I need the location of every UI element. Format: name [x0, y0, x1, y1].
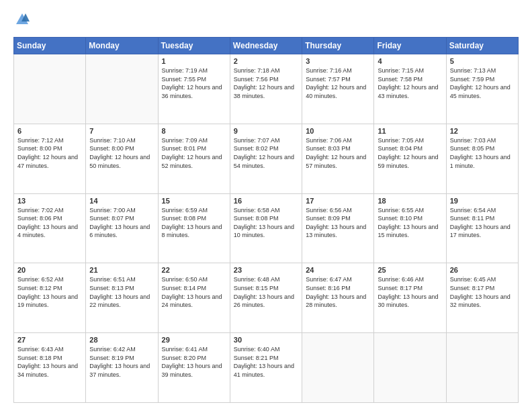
- day-number: 14: [89, 197, 154, 205]
- calendar-week-row: 27Sunrise: 6:43 AM Sunset: 8:18 PM Dayli…: [14, 333, 519, 403]
- calendar-day-cell: 9Sunrise: 7:07 AM Sunset: 8:02 PM Daylig…: [230, 124, 302, 193]
- day-info: Sunrise: 6:56 AM Sunset: 8:09 PM Dayligh…: [306, 206, 370, 240]
- calendar-day-cell: 3Sunrise: 7:16 AM Sunset: 7:57 PM Daylig…: [302, 54, 374, 124]
- calendar-day-cell: 29Sunrise: 6:41 AM Sunset: 8:20 PM Dayli…: [158, 333, 230, 403]
- day-info: Sunrise: 6:41 AM Sunset: 8:20 PM Dayligh…: [162, 345, 226, 379]
- day-number: 3: [306, 57, 370, 65]
- calendar-day-cell: 6Sunrise: 7:12 AM Sunset: 8:00 PM Daylig…: [14, 124, 86, 193]
- day-info: Sunrise: 6:43 AM Sunset: 8:18 PM Dayligh…: [17, 345, 82, 379]
- day-number: 12: [450, 127, 515, 135]
- day-info: Sunrise: 6:47 AM Sunset: 8:16 PM Dayligh…: [306, 275, 370, 309]
- calendar-day-cell: 21Sunrise: 6:51 AM Sunset: 8:13 PM Dayli…: [86, 263, 158, 333]
- calendar-day-cell: 30Sunrise: 6:40 AM Sunset: 8:21 PM Dayli…: [230, 333, 302, 403]
- day-info: Sunrise: 6:58 AM Sunset: 8:08 PM Dayligh…: [234, 206, 298, 240]
- day-info: Sunrise: 7:16 AM Sunset: 7:57 PM Dayligh…: [306, 66, 370, 100]
- day-number: 30: [234, 336, 298, 344]
- day-info: Sunrise: 6:40 AM Sunset: 8:21 PM Dayligh…: [234, 345, 298, 379]
- weekday-header-wednesday: Wednesday: [230, 38, 302, 54]
- calendar-day-cell: [302, 333, 374, 403]
- calendar-day-cell: [14, 54, 86, 124]
- day-info: Sunrise: 7:15 AM Sunset: 7:58 PM Dayligh…: [378, 66, 442, 100]
- day-number: 21: [89, 266, 154, 274]
- calendar-day-cell: 11Sunrise: 7:05 AM Sunset: 8:04 PM Dayli…: [374, 124, 446, 193]
- day-number: 19: [450, 197, 515, 205]
- day-number: 27: [17, 336, 82, 344]
- header: [13, 12, 519, 30]
- day-info: Sunrise: 6:46 AM Sunset: 8:17 PM Dayligh…: [378, 275, 442, 309]
- day-info: Sunrise: 7:03 AM Sunset: 8:05 PM Dayligh…: [450, 136, 515, 170]
- day-info: Sunrise: 7:02 AM Sunset: 8:06 PM Dayligh…: [17, 206, 82, 240]
- calendar-day-cell: 23Sunrise: 6:48 AM Sunset: 8:15 PM Dayli…: [230, 263, 302, 333]
- weekday-header-sunday: Sunday: [14, 38, 86, 54]
- weekday-header-tuesday: Tuesday: [158, 38, 230, 54]
- calendar-day-cell: 18Sunrise: 6:55 AM Sunset: 8:10 PM Dayli…: [374, 193, 446, 263]
- calendar-day-cell: 4Sunrise: 7:15 AM Sunset: 7:58 PM Daylig…: [374, 54, 446, 124]
- calendar-day-cell: 17Sunrise: 6:56 AM Sunset: 8:09 PM Dayli…: [302, 193, 374, 263]
- calendar-day-cell: 22Sunrise: 6:50 AM Sunset: 8:14 PM Dayli…: [158, 263, 230, 333]
- calendar-day-cell: [446, 333, 518, 403]
- day-number: 15: [162, 197, 226, 205]
- day-info: Sunrise: 7:05 AM Sunset: 8:04 PM Dayligh…: [378, 136, 442, 170]
- day-number: 17: [306, 197, 370, 205]
- calendar-day-cell: [86, 54, 158, 124]
- weekday-header-row: SundayMondayTuesdayWednesdayThursdayFrid…: [14, 38, 519, 54]
- day-number: 5: [450, 57, 515, 65]
- day-number: 1: [162, 57, 226, 65]
- calendar-week-row: 20Sunrise: 6:52 AM Sunset: 8:12 PM Dayli…: [14, 263, 519, 333]
- day-info: Sunrise: 6:55 AM Sunset: 8:10 PM Dayligh…: [378, 206, 442, 240]
- day-info: Sunrise: 7:07 AM Sunset: 8:02 PM Dayligh…: [234, 136, 298, 170]
- page: SundayMondayTuesdayWednesdayThursdayFrid…: [0, 0, 532, 411]
- calendar-day-cell: 2Sunrise: 7:18 AM Sunset: 7:56 PM Daylig…: [230, 54, 302, 124]
- calendar-day-cell: 15Sunrise: 6:59 AM Sunset: 8:08 PM Dayli…: [158, 193, 230, 263]
- day-info: Sunrise: 6:51 AM Sunset: 8:13 PM Dayligh…: [89, 275, 154, 309]
- weekday-header-thursday: Thursday: [302, 38, 374, 54]
- day-info: Sunrise: 7:09 AM Sunset: 8:01 PM Dayligh…: [162, 136, 226, 170]
- day-info: Sunrise: 7:13 AM Sunset: 7:59 PM Dayligh…: [450, 66, 515, 100]
- day-info: Sunrise: 7:00 AM Sunset: 8:07 PM Dayligh…: [89, 206, 154, 240]
- day-number: 22: [162, 266, 226, 274]
- calendar-day-cell: 20Sunrise: 6:52 AM Sunset: 8:12 PM Dayli…: [14, 263, 86, 333]
- calendar-day-cell: 28Sunrise: 6:42 AM Sunset: 8:19 PM Dayli…: [86, 333, 158, 403]
- calendar-day-cell: 7Sunrise: 7:10 AM Sunset: 8:00 PM Daylig…: [86, 124, 158, 193]
- day-number: 20: [17, 266, 82, 274]
- day-number: 26: [450, 266, 515, 274]
- day-info: Sunrise: 6:54 AM Sunset: 8:11 PM Dayligh…: [450, 206, 515, 240]
- calendar-day-cell: 1Sunrise: 7:19 AM Sunset: 7:55 PM Daylig…: [158, 54, 230, 124]
- calendar-day-cell: 19Sunrise: 6:54 AM Sunset: 8:11 PM Dayli…: [446, 193, 518, 263]
- day-number: 7: [89, 127, 154, 135]
- day-info: Sunrise: 6:45 AM Sunset: 8:17 PM Dayligh…: [450, 275, 515, 309]
- day-number: 8: [162, 127, 226, 135]
- day-number: 9: [234, 127, 298, 135]
- day-number: 28: [89, 336, 154, 344]
- day-number: 2: [234, 57, 298, 65]
- weekday-header-monday: Monday: [86, 38, 158, 54]
- day-number: 23: [234, 266, 298, 274]
- day-info: Sunrise: 7:12 AM Sunset: 8:00 PM Dayligh…: [17, 136, 82, 170]
- day-info: Sunrise: 7:10 AM Sunset: 8:00 PM Dayligh…: [89, 136, 154, 170]
- day-info: Sunrise: 6:50 AM Sunset: 8:14 PM Dayligh…: [162, 275, 226, 309]
- day-number: 25: [378, 266, 442, 274]
- day-number: 6: [17, 127, 82, 135]
- day-number: 16: [234, 197, 298, 205]
- calendar-day-cell: 5Sunrise: 7:13 AM Sunset: 7:59 PM Daylig…: [446, 54, 518, 124]
- day-number: 24: [306, 266, 370, 274]
- weekday-header-saturday: Saturday: [446, 38, 518, 54]
- calendar-week-row: 13Sunrise: 7:02 AM Sunset: 8:06 PM Dayli…: [14, 193, 519, 263]
- day-number: 10: [306, 127, 370, 135]
- calendar-header: SundayMondayTuesdayWednesdayThursdayFrid…: [14, 38, 519, 54]
- day-number: 13: [17, 197, 82, 205]
- calendar-day-cell: 13Sunrise: 7:02 AM Sunset: 8:06 PM Dayli…: [14, 193, 86, 263]
- calendar-day-cell: 10Sunrise: 7:06 AM Sunset: 8:03 PM Dayli…: [302, 124, 374, 193]
- day-number: 29: [162, 336, 226, 344]
- calendar-day-cell: 12Sunrise: 7:03 AM Sunset: 8:05 PM Dayli…: [446, 124, 518, 193]
- day-info: Sunrise: 7:06 AM Sunset: 8:03 PM Dayligh…: [306, 136, 370, 170]
- calendar-body: 1Sunrise: 7:19 AM Sunset: 7:55 PM Daylig…: [14, 54, 519, 403]
- calendar-day-cell: 24Sunrise: 6:47 AM Sunset: 8:16 PM Dayli…: [302, 263, 374, 333]
- day-info: Sunrise: 6:48 AM Sunset: 8:15 PM Dayligh…: [234, 275, 298, 309]
- calendar-day-cell: 16Sunrise: 6:58 AM Sunset: 8:08 PM Dayli…: [230, 193, 302, 263]
- calendar-week-row: 6Sunrise: 7:12 AM Sunset: 8:00 PM Daylig…: [14, 124, 519, 193]
- day-info: Sunrise: 6:52 AM Sunset: 8:12 PM Dayligh…: [17, 275, 82, 309]
- calendar-week-row: 1Sunrise: 7:19 AM Sunset: 7:55 PM Daylig…: [14, 54, 519, 124]
- day-number: 4: [378, 57, 442, 65]
- calendar-day-cell: 25Sunrise: 6:46 AM Sunset: 8:17 PM Dayli…: [374, 263, 446, 333]
